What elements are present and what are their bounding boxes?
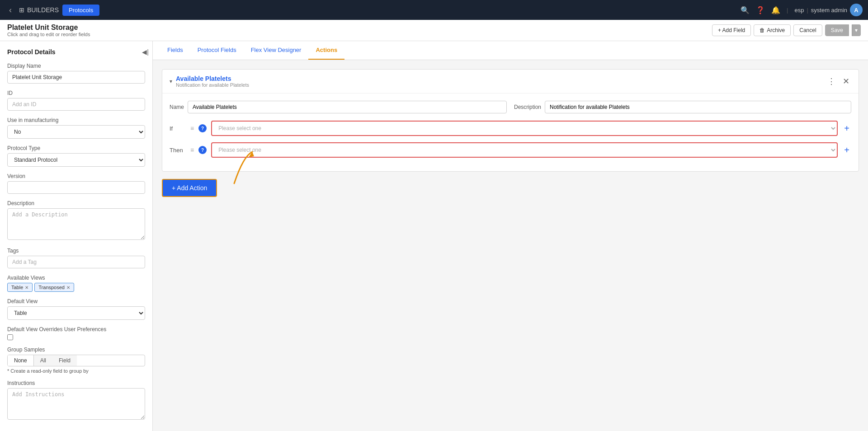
id-label: ID (7, 90, 145, 96)
protocols-button[interactable]: Protocols (62, 5, 99, 16)
add-field-button[interactable]: + Add Field (712, 24, 751, 36)
save-dropdown-button[interactable]: ▾ (852, 24, 861, 36)
default-view-override-label: Default View Overrides User Preferences (7, 326, 145, 333)
action-card-collapse-icon[interactable]: ▾ (170, 78, 172, 84)
available-views-group: Available Views Table ✕ Transposed ✕ (7, 275, 145, 292)
page-subtitle: Click and drag to edit or reorder fields (7, 32, 90, 37)
then-select[interactable]: Please select one (211, 142, 838, 158)
sidebar-title: Protocol Details (7, 48, 145, 56)
if-select[interactable]: Please select one (211, 121, 838, 136)
remove-table-view[interactable]: ✕ (25, 285, 28, 290)
builders-nav: ⊞ BUILDERS (19, 6, 59, 14)
desc-input[interactable] (545, 101, 851, 113)
protocol-type-group: Protocol Type Standard Protocol (7, 145, 145, 167)
if-help-icon[interactable]: ? (198, 124, 207, 132)
add-action-button[interactable]: + Add Action (162, 179, 217, 197)
instructions-textarea[interactable] (7, 388, 145, 420)
then-plus-button[interactable]: + (842, 145, 851, 155)
override-checkbox[interactable] (7, 334, 13, 340)
group-field-button[interactable]: Field (52, 355, 77, 366)
action-card-menu-button[interactable]: ⋮ (826, 76, 837, 86)
group-all-button[interactable]: All (34, 355, 52, 366)
action-card-body: Name Description If ≡ ? (162, 94, 859, 171)
tab-protocol-fields[interactable]: Protocol Fields (190, 41, 244, 60)
version-group: Version (7, 173, 145, 194)
esp-label: esp (794, 7, 804, 14)
group-samples-label: Group Samples (7, 347, 145, 353)
then-drag-handle[interactable]: ≡ (190, 146, 194, 154)
tags-group: Tags (7, 248, 145, 268)
action-card-title-wrap: Available Platelets Notification for ava… (176, 75, 822, 88)
default-view-group: Default View Table Transposed (7, 298, 145, 320)
display-name-group: Display Name (7, 63, 145, 84)
then-row: Then ≡ ? Please select one + (170, 142, 851, 158)
desc-field: Description (514, 101, 851, 113)
notification-button[interactable]: 🔔 (771, 6, 780, 14)
if-label: If (170, 125, 186, 132)
sub-header-right: + Add Field 🗑 Archive Cancel Save ▾ (712, 24, 861, 36)
name-input[interactable] (188, 101, 507, 113)
user-label: system admin (811, 7, 847, 14)
action-card: ▾ Available Platelets Notification for a… (162, 69, 859, 172)
save-button[interactable]: Save (825, 24, 849, 36)
then-label: Then (170, 147, 186, 154)
instructions-group: Instructions (7, 380, 145, 421)
archive-button[interactable]: 🗑 Archive (754, 24, 791, 36)
remove-transposed-view[interactable]: ✕ (66, 285, 70, 290)
name-field: Name (170, 101, 507, 113)
nav-divider: | (787, 7, 788, 14)
use-in-mfg-label: Use in manufacturing (7, 117, 145, 123)
back-button[interactable]: ‹ (5, 4, 15, 17)
builders-label: BUILDERS (27, 6, 59, 14)
action-card-header: ▾ Available Platelets Notification for a… (162, 70, 859, 94)
default-view-select[interactable]: Table Transposed (7, 306, 145, 320)
cancel-button[interactable]: Cancel (793, 24, 822, 36)
display-name-input[interactable] (7, 71, 145, 84)
if-plus-button[interactable]: + (842, 124, 851, 133)
name-desc-row: Name Description (170, 101, 851, 113)
default-view-override-group: Default View Overrides User Preferences (7, 326, 145, 340)
sidebar: ◀| Protocol Details Display Name ID Use … (0, 41, 153, 431)
then-help-icon[interactable]: ? (198, 146, 207, 154)
tab-flex-view-designer[interactable]: Flex View Designer (244, 41, 309, 60)
tab-actions[interactable]: Actions (308, 41, 344, 60)
action-card-subtitle: Notification for available Platelets (176, 82, 822, 88)
main-layout: ◀| Protocol Details Display Name ID Use … (0, 41, 868, 431)
archive-icon: 🗑 (760, 27, 765, 33)
override-checkbox-row (7, 334, 145, 340)
builders-icon: ⊞ (19, 6, 24, 14)
if-row: If ≡ ? Please select one + (170, 121, 851, 136)
description-label: Description (7, 200, 145, 206)
default-view-label: Default View (7, 298, 145, 305)
description-textarea[interactable] (7, 208, 145, 240)
action-card-close-button[interactable]: ✕ (841, 76, 851, 86)
display-name-label: Display Name (7, 63, 145, 69)
nav-right: 🔍 ❓ 🔔 | esp | system admin A (741, 4, 863, 16)
help-button[interactable]: ❓ (756, 6, 765, 14)
sub-header-left: Platelet Unit Storage Click and drag to … (7, 23, 90, 37)
tags-input[interactable] (7, 256, 145, 268)
sidebar-collapse-button[interactable]: ◀| (142, 48, 149, 56)
group-none-button[interactable]: None (8, 355, 34, 366)
use-in-mfg-group: Use in manufacturing No Yes (7, 117, 145, 139)
search-button[interactable]: 🔍 (741, 6, 750, 14)
user-menu[interactable]: esp | system admin A (794, 4, 863, 16)
avatar: A (850, 4, 863, 16)
tabs-bar: Fields Protocol Fields Flex View Designe… (153, 41, 868, 60)
group-note: * Create a read-only field to group by (7, 368, 145, 374)
instructions-label: Instructions (7, 380, 145, 386)
description-group: Description (7, 200, 145, 241)
name-label: Name (170, 104, 184, 110)
version-input[interactable] (7, 181, 145, 194)
group-samples-group: Group Samples None All Field * Create a … (7, 347, 145, 374)
tab-fields[interactable]: Fields (160, 41, 190, 60)
use-in-mfg-select[interactable]: No Yes (7, 125, 145, 139)
view-tag-transposed: Transposed ✕ (34, 283, 74, 292)
protocol-type-select[interactable]: Standard Protocol (7, 153, 145, 167)
actions-content: ▾ Available Platelets Notification for a… (153, 60, 868, 431)
if-drag-handle[interactable]: ≡ (190, 125, 194, 132)
protocol-type-label: Protocol Type (7, 145, 145, 151)
id-input[interactable] (7, 98, 145, 111)
top-nav: ‹ ⊞ BUILDERS Protocols 🔍 ❓ 🔔 | esp | sys… (0, 0, 868, 20)
available-views-label: Available Views (7, 275, 145, 281)
